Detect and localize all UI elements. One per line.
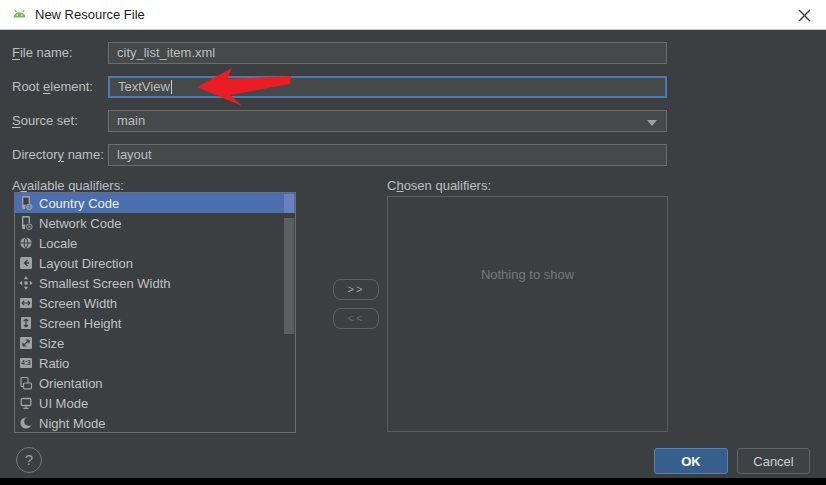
close-button[interactable] — [782, 0, 826, 30]
smallest-screen-width-icon — [19, 276, 33, 290]
screen-width-icon — [19, 296, 33, 310]
list-item-label: Smallest Screen Width — [39, 276, 171, 291]
source-set-label: Source set: — [12, 110, 78, 132]
scrollbar-thumb[interactable] — [284, 218, 294, 334]
list-item-label: Orientation — [39, 376, 103, 391]
list-item-label: Screen Width — [39, 296, 117, 311]
list-item-label: Ratio — [39, 356, 69, 371]
size-icon — [19, 336, 33, 350]
scrollbar-thumb-selected-overlay — [284, 194, 294, 213]
root-element-value: TextView — [118, 79, 170, 94]
empty-state-text: Nothing to show — [388, 267, 667, 282]
list-item[interactable]: 4:3 Ratio — [15, 353, 295, 373]
ui-mode-icon — [19, 396, 33, 410]
list-item[interactable]: Screen Width — [15, 293, 295, 313]
list-item[interactable]: Night Mode — [15, 413, 295, 433]
android-icon — [11, 7, 28, 23]
list-item[interactable]: UI Mode — [15, 393, 295, 413]
directory-name-input[interactable]: layout — [108, 144, 667, 166]
list-item[interactable]: Orientation — [15, 373, 295, 393]
list-item[interactable]: Screen Height — [15, 313, 295, 333]
chosen-qualifiers-panel: Nothing to show — [387, 196, 668, 432]
list-item-label: Size — [39, 336, 64, 351]
screen-height-icon — [19, 316, 33, 330]
list-item[interactable]: Layout Direction — [15, 253, 295, 273]
country-code-icon — [19, 196, 33, 210]
list-item[interactable]: Smallest Screen Width — [15, 273, 295, 293]
chevron-down-icon — [647, 120, 657, 126]
directory-name-label: Directory name: — [12, 144, 104, 166]
list-item[interactable]: Locale — [15, 233, 295, 253]
close-icon — [798, 9, 811, 22]
list-item[interactable]: Country Code — [15, 193, 295, 213]
chosen-qualifiers-label: Chosen qualifiers: — [387, 178, 491, 194]
remove-qualifier-button[interactable]: << — [333, 308, 379, 329]
list-item-label: Layout Direction — [39, 256, 133, 271]
add-qualifier-button[interactable]: >> — [333, 279, 379, 300]
file-name-label: File name: — [12, 42, 73, 64]
list-item-label: Night Mode — [39, 416, 105, 431]
source-set-value: main — [117, 113, 145, 128]
source-set-dropdown[interactable]: main — [108, 110, 667, 132]
night-mode-icon — [19, 416, 33, 430]
dialog-title: New Resource File — [35, 0, 145, 30]
help-button[interactable]: ? — [16, 447, 42, 473]
text-caret — [171, 80, 172, 94]
list-item[interactable]: Network Code — [15, 213, 295, 233]
new-resource-file-dialog: New Resource File File name: city_list_i… — [0, 0, 826, 478]
list-item[interactable]: Size — [15, 333, 295, 353]
locale-icon — [19, 236, 33, 250]
root-element-label: Root element: — [12, 76, 93, 98]
cancel-button[interactable]: Cancel — [737, 448, 810, 474]
orientation-icon — [19, 376, 33, 390]
scrollbar[interactable] — [284, 193, 294, 432]
ratio-icon: 4:3 — [19, 356, 33, 370]
ok-button[interactable]: OK — [654, 448, 728, 474]
file-name-input[interactable]: city_list_item.xml — [108, 42, 667, 64]
list-item-label: Network Code — [39, 216, 121, 231]
list-item-label: Country Code — [39, 196, 119, 211]
network-code-icon — [19, 216, 33, 230]
root-element-input[interactable]: TextView — [108, 76, 667, 98]
list-item-label: UI Mode — [39, 396, 88, 411]
list-item-label: Locale — [39, 236, 77, 251]
svg-text:4:3: 4:3 — [21, 359, 31, 366]
list-item-label: Screen Height — [39, 316, 121, 331]
layout-direction-icon — [19, 256, 33, 270]
available-qualifiers-list[interactable]: Country Code Network Code Locale Layout … — [14, 192, 296, 433]
title-bar: New Resource File — [0, 0, 826, 30]
